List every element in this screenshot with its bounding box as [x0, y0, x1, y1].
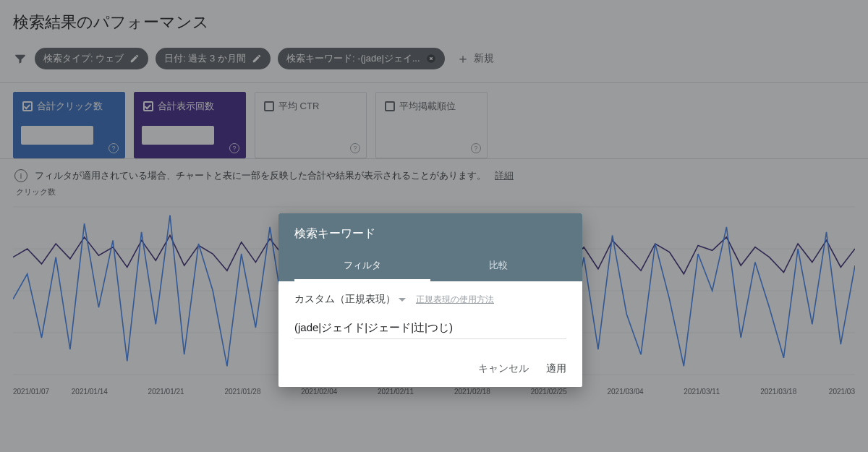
modal-body: カスタム（正規表現） 正規表現の使用方法: [278, 281, 582, 345]
modal-tabs: フィルタ 比較: [294, 252, 566, 281]
modal-title: 検索キーワード: [294, 226, 566, 252]
regex-help-link[interactable]: 正規表現の使用方法: [416, 294, 494, 306]
modal-header: 検索キーワード フィルタ 比較: [278, 213, 582, 281]
chevron-down-icon: [399, 298, 406, 305]
query-filter-modal: 検索キーワード フィルタ 比較 カスタム（正規表現） 正規表現の使用方法 キャン…: [278, 213, 582, 387]
query-input[interactable]: [294, 319, 566, 339]
cancel-button[interactable]: キャンセル: [478, 362, 529, 375]
select-label: カスタム（正規表現）: [294, 293, 396, 306]
match-type-select[interactable]: カスタム（正規表現）: [294, 293, 406, 306]
apply-button[interactable]: 適用: [546, 362, 566, 375]
page-root: 検索結果のパフォーマンス 検索タイプ: ウェブ 日付: 過去 3 か月間 検索キ…: [0, 0, 868, 452]
tab-compare[interactable]: 比較: [430, 252, 566, 281]
tab-filter[interactable]: フィルタ: [294, 252, 430, 281]
modal-actions: キャンセル 適用: [278, 345, 582, 387]
